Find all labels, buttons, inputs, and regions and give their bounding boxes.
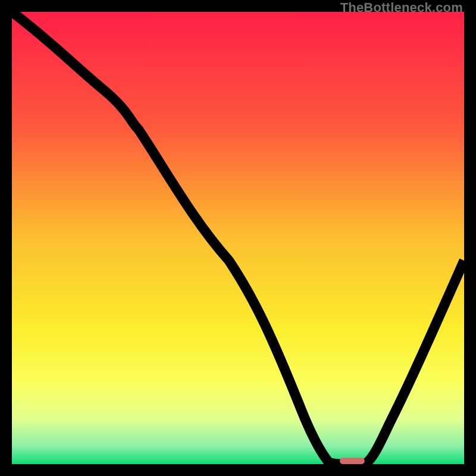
watermark-text: TheBottleneck.com (340, 0, 463, 15)
chart-plot-area (12, 12, 464, 464)
optimal-point-marker (340, 458, 365, 464)
chart-marker-layer (12, 12, 464, 464)
